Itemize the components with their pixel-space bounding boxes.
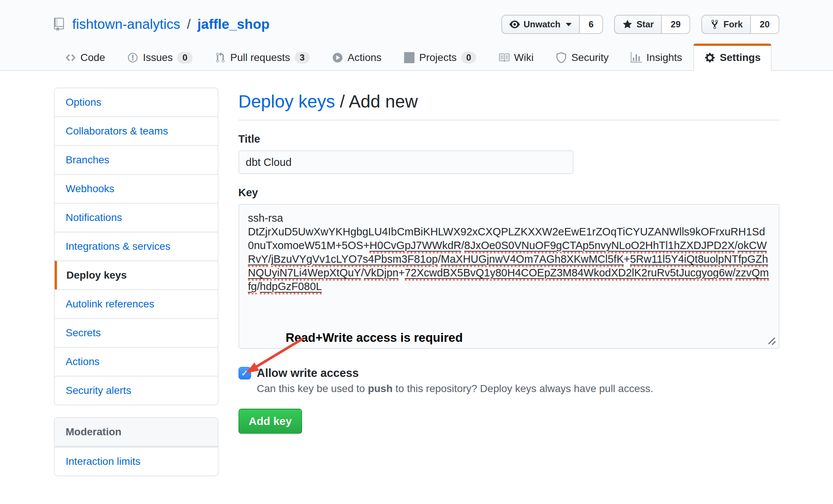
issues-count-badge: 0 bbox=[177, 52, 192, 64]
add-key-button[interactable]: Add key bbox=[238, 409, 302, 434]
projects-count-badge: 0 bbox=[461, 52, 476, 64]
add-deploy-key-form: Title Key ssh-rsa DtZjrXuD5UwXwYKHgbgLU4… bbox=[238, 133, 779, 434]
settings-menu-box: Options Collaborators & teams Branches W… bbox=[54, 88, 219, 405]
sidebar-item-integrations-services[interactable]: Integrations & services bbox=[55, 232, 218, 260]
watch-button-group: Unwatch 6 bbox=[501, 15, 603, 34]
main-content: Deploy keys / Add new Title Key ssh-rsa … bbox=[238, 88, 779, 476]
watchers-count[interactable]: 6 bbox=[580, 15, 603, 34]
allow-write-access-checkbox[interactable]: ✓ bbox=[238, 367, 251, 379]
repo-nav: Code Issues 0 Pull requests 3 Actions Pr… bbox=[0, 44, 833, 71]
fork-button-group: Fork 20 bbox=[701, 15, 779, 34]
issue-icon bbox=[127, 52, 138, 63]
sidebar-item-webhooks[interactable]: Webhooks bbox=[55, 174, 218, 203]
breadcrumb-repo-link[interactable]: jaffle_shop bbox=[197, 17, 270, 32]
key-field-label: Key bbox=[238, 187, 779, 199]
sidebar-item-secrets[interactable]: Secrets bbox=[55, 318, 218, 347]
tab-projects[interactable]: Projects 0 bbox=[393, 44, 488, 71]
pull-requests-count-badge: 3 bbox=[295, 52, 310, 64]
tab-label: Insights bbox=[646, 52, 682, 64]
title-field-label: Title bbox=[238, 133, 779, 145]
unwatch-label: Unwatch bbox=[524, 19, 561, 30]
page-title-current: Add new bbox=[349, 92, 418, 111]
tab-label: Settings bbox=[720, 52, 761, 64]
play-icon bbox=[332, 52, 343, 63]
tab-insights[interactable]: Insights bbox=[620, 44, 693, 71]
tab-label: Projects bbox=[419, 52, 457, 64]
allow-write-access-label[interactable]: Allow write access bbox=[257, 367, 359, 380]
project-icon bbox=[404, 52, 415, 63]
unwatch-button[interactable]: Unwatch bbox=[501, 15, 580, 34]
resize-handle[interactable] bbox=[767, 336, 776, 346]
page-title-separator: / bbox=[335, 92, 349, 111]
settings-sidebar: Options Collaborators & teams Branches W… bbox=[54, 88, 219, 476]
star-label: Star bbox=[636, 19, 654, 30]
tab-wiki[interactable]: Wiki bbox=[487, 44, 545, 71]
breadcrumb-owner-link[interactable]: fishtown-analytics bbox=[72, 17, 180, 32]
tab-label: Wiki bbox=[514, 52, 534, 64]
stars-count[interactable]: 29 bbox=[662, 15, 690, 34]
sidebar-item-interaction-limits[interactable]: Interaction limits bbox=[55, 447, 218, 476]
star-button[interactable]: Star bbox=[614, 15, 662, 34]
code-icon bbox=[65, 52, 76, 63]
graph-icon bbox=[631, 52, 642, 63]
repo-icon bbox=[54, 17, 67, 32]
tab-label: Issues bbox=[143, 52, 173, 64]
moderation-header: Moderation bbox=[55, 418, 218, 447]
star-icon bbox=[622, 19, 633, 30]
sidebar-item-actions[interactable]: Actions bbox=[55, 347, 218, 376]
tab-code[interactable]: Code bbox=[54, 44, 116, 71]
moderation-menu-box: Moderation Interaction limits bbox=[54, 417, 219, 476]
title-divider bbox=[238, 120, 779, 120]
sidebar-item-security-alerts[interactable]: Security alerts bbox=[55, 376, 218, 405]
deploy-keys-link[interactable]: Deploy keys bbox=[238, 92, 335, 111]
forks-count[interactable]: 20 bbox=[751, 15, 779, 34]
pull-request-icon bbox=[215, 52, 226, 63]
tab-issues[interactable]: Issues 0 bbox=[116, 44, 203, 71]
tab-label: Security bbox=[571, 52, 609, 64]
sidebar-item-branches[interactable]: Branches bbox=[55, 145, 218, 174]
repo-action-buttons: Unwatch 6 Star 29 Fork 20 bbox=[501, 15, 779, 34]
key-textarea[interactable]: ssh-rsa DtZjrXuD5UwXwYKHgbgLU4IbCmBiKHLW… bbox=[238, 204, 779, 349]
book-icon bbox=[498, 52, 509, 63]
tab-security[interactable]: Security bbox=[545, 44, 620, 71]
chevron-down-icon bbox=[566, 23, 572, 26]
star-button-group: Star 29 bbox=[614, 15, 690, 34]
allow-write-access-description: Can this key be used to push to this rep… bbox=[257, 383, 779, 395]
sidebar-item-options[interactable]: Options bbox=[55, 88, 218, 116]
title-input[interactable] bbox=[238, 150, 573, 174]
shield-icon bbox=[556, 52, 567, 63]
breadcrumb-separator: / bbox=[186, 17, 192, 32]
tab-pull-requests[interactable]: Pull requests 3 bbox=[204, 44, 321, 71]
eye-icon bbox=[509, 19, 520, 30]
allow-write-access-row: ✓ Allow write access Can this key be use… bbox=[238, 367, 779, 395]
fork-icon bbox=[710, 19, 720, 30]
sidebar-item-deploy-keys[interactable]: Deploy keys bbox=[55, 260, 218, 289]
tab-label: Code bbox=[81, 52, 105, 64]
tab-label: Actions bbox=[348, 52, 382, 64]
tab-actions[interactable]: Actions bbox=[321, 44, 393, 71]
sidebar-item-notifications[interactable]: Notifications bbox=[55, 203, 218, 232]
sidebar-item-collaborators-teams[interactable]: Collaborators & teams bbox=[55, 116, 218, 145]
sidebar-item-autolink-references[interactable]: Autolink references bbox=[55, 289, 218, 318]
fork-label: Fork bbox=[724, 19, 743, 30]
gear-icon bbox=[704, 52, 715, 63]
fork-button[interactable]: Fork bbox=[701, 15, 751, 34]
tab-settings[interactable]: Settings bbox=[693, 44, 772, 71]
page-title: Deploy keys / Add new bbox=[238, 91, 779, 112]
page-header: fishtown-analytics / jaffle_shop Unwatch… bbox=[0, 0, 833, 71]
tab-label: Pull requests bbox=[230, 52, 290, 64]
breadcrumb: fishtown-analytics / jaffle_shop bbox=[54, 17, 270, 32]
